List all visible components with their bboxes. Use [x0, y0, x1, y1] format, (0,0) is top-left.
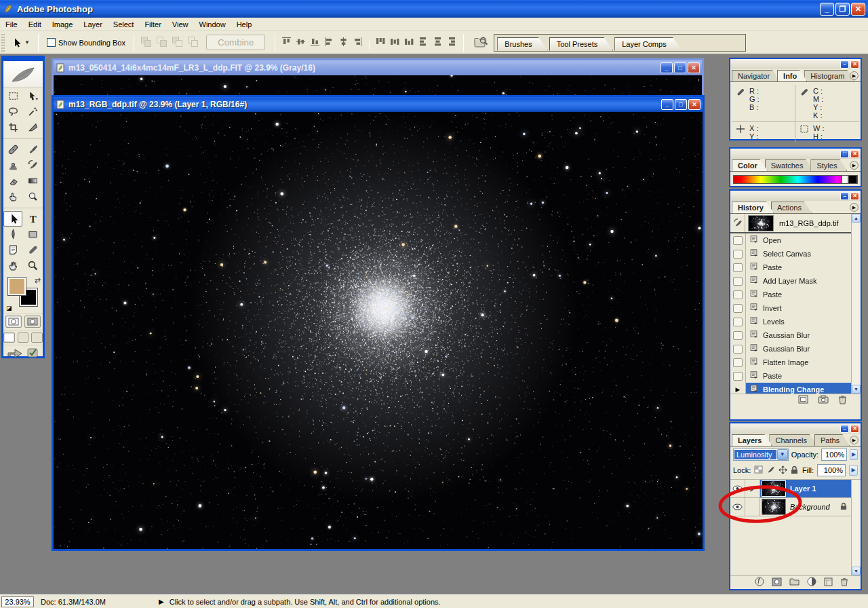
history-source-well[interactable]: [733, 263, 743, 272]
history-item[interactable]: Open: [730, 233, 851, 247]
lock-position-icon[interactable]: [778, 466, 787, 476]
history-tab-actions[interactable]: Actions: [771, 202, 812, 213]
align-vcen-icon[interactable]: [295, 41, 307, 49]
palette-well-tab-brushes[interactable]: Brushes: [497, 37, 547, 51]
tool-magic-wand[interactable]: [23, 104, 42, 119]
palette-well-tab-tool-presets[interactable]: Tool Presets: [549, 37, 614, 51]
layers-close-button[interactable]: ✕: [850, 425, 859, 433]
lock-transparency-icon[interactable]: [754, 466, 763, 475]
menu-image[interactable]: Image: [47, 19, 79, 30]
color-close-button[interactable]: ✕: [850, 150, 859, 158]
restore-button[interactable]: ❐: [835, 3, 850, 16]
history-item[interactable]: Paste: [730, 288, 851, 301]
layers-panel-titlebar[interactable]: – ✕: [730, 423, 861, 434]
doc2-canvas-image[interactable]: [54, 112, 703, 549]
blend-mode-dropdown[interactable]: Luminosity ▼: [733, 449, 789, 461]
color-tab-color[interactable]: Color: [732, 159, 768, 171]
history-source-well[interactable]: [733, 345, 743, 354]
doc1-close-button[interactable]: ✕: [688, 62, 700, 73]
menu-filter[interactable]: Filter: [139, 19, 166, 30]
layers-minimize-button[interactable]: –: [840, 425, 849, 433]
tool-type[interactable]: T: [23, 211, 42, 227]
info-tab-info[interactable]: Info: [777, 70, 807, 81]
tool-dodge[interactable]: [23, 189, 42, 204]
tool-slice[interactable]: [23, 119, 42, 135]
history-item[interactable]: Select Canvas: [730, 247, 851, 261]
history-item[interactable]: Invert: [730, 301, 851, 315]
palette-well-tab-layer-comps[interactable]: Layer Comps: [614, 37, 682, 51]
history-source-well[interactable]: [733, 358, 743, 367]
align-right-icon[interactable]: [352, 41, 363, 49]
lock-all-icon[interactable]: [791, 466, 798, 476]
new-snapshot-icon[interactable]: [818, 395, 829, 405]
align-dhcen-icon[interactable]: [432, 41, 443, 49]
edit-in-imageready-icon[interactable]: [7, 347, 24, 361]
combine-button[interactable]: Combine: [206, 35, 265, 50]
info-tab-histogram[interactable]: Histogram: [804, 70, 854, 81]
trash-icon[interactable]: [840, 577, 848, 588]
color-spectrum-ramp[interactable]: [733, 175, 858, 184]
standard-mode-button[interactable]: [5, 316, 22, 328]
doc1-minimize-button[interactable]: _: [660, 62, 673, 73]
scroll-down-icon[interactable]: ▼: [852, 385, 861, 394]
history-source-well[interactable]: [733, 290, 743, 299]
layers-tab-paths[interactable]: Paths: [814, 434, 850, 446]
layer-style-icon[interactable]: f: [755, 577, 764, 588]
tool-crop[interactable]: [3, 119, 22, 135]
history-minimize-button[interactable]: –: [840, 192, 849, 200]
doc2-maximize-button[interactable]: □: [675, 99, 687, 110]
layer-row-background[interactable]: Background: [730, 498, 851, 516]
add-layer-mask-icon[interactable]: [772, 577, 782, 588]
history-panel-menu-icon[interactable]: ▶: [850, 203, 859, 212]
eye-icon[interactable]: [730, 498, 745, 516]
snapshot-thumbnail[interactable]: [748, 215, 774, 231]
doc2-titlebar[interactable]: m13_RGB_ddp.tif @ 23.9% (Layer 1, RGB/16…: [54, 97, 703, 112]
tool-zoom[interactable]: [23, 258, 42, 273]
foreground-color-swatch[interactable]: [8, 278, 26, 295]
combine-shape-icon[interactable]: [172, 41, 183, 49]
options-grip[interactable]: [1, 34, 5, 52]
trash-icon[interactable]: [838, 395, 847, 406]
tool-eraser[interactable]: [3, 173, 22, 189]
layer-thumbnail[interactable]: [762, 480, 786, 497]
status-popup-arrow-icon[interactable]: ▶: [159, 598, 164, 605]
layer-thumbnail[interactable]: [762, 499, 786, 515]
history-item[interactable]: Gaussian Blur: [730, 328, 851, 342]
history-item[interactable]: Add Layer Mask: [730, 274, 851, 288]
tool-path-selection[interactable]: [3, 211, 22, 227]
history-source-well[interactable]: [733, 372, 743, 381]
history-item[interactable]: Gaussian Blur: [730, 342, 851, 356]
tool-clone-stamp[interactable]: [3, 157, 22, 173]
lock-image-icon[interactable]: [766, 466, 775, 476]
layers-panel-menu-icon[interactable]: ▶: [850, 436, 859, 444]
layer-row-layer-1[interactable]: Layer 1: [730, 480, 851, 498]
document-window-rgb[interactable]: m13_RGB_ddp.tif @ 23.9% (Layer 1, RGB/16…: [52, 95, 705, 551]
menu-view[interactable]: View: [167, 19, 194, 30]
eye-icon[interactable]: [730, 480, 745, 497]
doc1-canvas-image[interactable]: [54, 75, 702, 96]
history-item[interactable]: Paste: [730, 261, 851, 274]
black-swatch[interactable]: [848, 175, 857, 184]
swap-colors-icon[interactable]: ⇄: [35, 276, 41, 285]
history-brush-source-well[interactable]: [730, 214, 745, 232]
document-window-gray[interactable]: m13_050414_14i6x4mc14mF_LR3_L_ddp.FIT @ …: [52, 58, 704, 98]
adjustment-layer-icon[interactable]: [807, 577, 816, 588]
layers-scrollbar[interactable]: ▼: [851, 480, 861, 575]
menu-file[interactable]: File: [0, 19, 23, 30]
combine-shape-icon[interactable]: [140, 41, 152, 49]
white-swatch[interactable]: [842, 175, 848, 184]
info-minimize-button[interactable]: –: [840, 60, 849, 69]
tool-healing-brush[interactable]: [3, 142, 22, 157]
blend-dropdown-arrow-icon[interactable]: ▼: [777, 449, 788, 460]
minimize-button[interactable]: _: [820, 3, 834, 16]
history-item[interactable]: Paste: [730, 369, 851, 383]
info-panel-menu-icon[interactable]: ▶: [850, 71, 859, 80]
color-panel-menu-icon[interactable]: ▶: [850, 161, 859, 170]
file-browser-icon[interactable]: [473, 35, 488, 50]
tool-move[interactable]: [23, 88, 42, 104]
align-bot-icon[interactable]: [309, 41, 321, 49]
link-well[interactable]: [745, 498, 760, 516]
menu-layer[interactable]: Layer: [78, 19, 108, 30]
fullscreen-menubar-button[interactable]: [18, 332, 29, 343]
doc1-maximize-button[interactable]: □: [674, 62, 686, 73]
